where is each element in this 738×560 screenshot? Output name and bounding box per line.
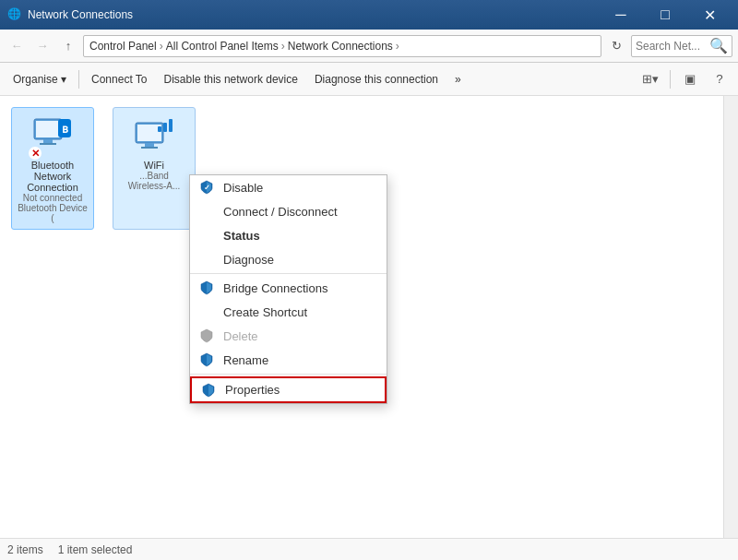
more-button[interactable]: »	[447, 66, 469, 92]
wifi-item-name: WiFi	[144, 160, 164, 171]
scrollbar-track[interactable]	[723, 96, 738, 538]
context-delete-label: Delete	[223, 329, 258, 343]
search-box[interactable]: 🔍	[631, 35, 732, 57]
address-bar: ← → ↑ Control Panel › All Control Panel …	[0, 30, 738, 63]
close-button[interactable]: ✕	[688, 0, 731, 30]
svg-rect-10	[158, 126, 161, 132]
toolbar-separator-1	[78, 70, 79, 89]
svg-text:✓: ✓	[204, 184, 210, 192]
bluetooth-item-name: Bluetooth Network Connection	[18, 160, 88, 193]
shield-icon-disable: ✓	[197, 178, 216, 197]
svg-rect-9	[141, 147, 158, 149]
title-bar-controls: ─ □ ✕	[600, 0, 731, 30]
context-separator-2	[190, 374, 387, 375]
context-connect-label: Connect / Disconnect	[223, 205, 338, 219]
breadcrumb-control-panel[interactable]: Control Panel	[89, 40, 157, 53]
context-menu-item-bridge[interactable]: Bridge Connections	[190, 276, 387, 300]
svg-rect-11	[163, 123, 167, 132]
network-item-wifi[interactable]: WiFi ...Band Wireless-A...	[113, 107, 196, 230]
context-menu-item-disable[interactable]: ✓ Disable	[190, 175, 387, 199]
back-button[interactable]: ←	[6, 35, 28, 57]
status-bar: 2 items 1 item selected	[0, 538, 738, 560]
error-overlay: ✕	[29, 147, 42, 160]
toolbar-separator-2	[670, 70, 671, 89]
shield-icon-bridge	[197, 279, 216, 297]
context-rename-label: Rename	[223, 353, 268, 367]
shield-icon-delete	[197, 327, 216, 345]
address-path[interactable]: Control Panel › All Control Panel Items …	[83, 35, 601, 57]
up-button[interactable]: ↑	[57, 35, 79, 57]
disable-network-button[interactable]: Disable this network device	[157, 66, 305, 92]
breadcrumb-all-items[interactable]: All Control Panel Items	[166, 40, 279, 53]
context-menu-item-rename[interactable]: Rename	[190, 348, 387, 372]
wifi-icon-wrap	[132, 113, 176, 158]
context-menu-item-delete: Delete	[190, 324, 387, 348]
svg-text:ʙ: ʙ	[62, 123, 68, 136]
search-icon: 🔍	[709, 37, 728, 54]
context-properties-label: Properties	[225, 383, 280, 397]
context-shortcut-label: Create Shortcut	[223, 305, 307, 319]
shield-icon-properties	[199, 381, 218, 399]
context-menu-item-connect[interactable]: Connect / Disconnect	[190, 199, 387, 223]
toolbar: Organise ▾ Connect To Disable this netwo…	[0, 63, 738, 96]
context-menu-item-properties[interactable]: Properties	[190, 376, 387, 403]
diagnose-connection-button[interactable]: Diagnose this connection	[307, 66, 446, 92]
toolbar-right: ⊞▾ ▣ ?	[637, 66, 732, 92]
context-menu-item-diagnose[interactable]: Diagnose	[190, 247, 387, 271]
svg-rect-12	[169, 119, 173, 132]
refresh-button[interactable]: ↻	[605, 35, 627, 57]
maximize-button[interactable]: □	[644, 0, 686, 30]
organise-button[interactable]: Organise ▾	[6, 66, 74, 92]
search-input[interactable]	[636, 40, 709, 53]
wifi-computer-icon	[132, 113, 176, 158]
window-title: Network Connections	[28, 8, 600, 21]
bluetooth-item-status: Not connected	[23, 193, 83, 203]
window-icon: 🌐	[7, 7, 22, 22]
content-area: ʙ ✕ Bluetooth Network Connection Not con…	[0, 96, 738, 538]
view-options-button[interactable]: ⊞▾	[637, 66, 663, 92]
breadcrumb-network-connections[interactable]: Network Connections	[288, 40, 393, 53]
svg-rect-2	[43, 139, 53, 143]
context-bridge-label: Bridge Connections	[223, 281, 327, 295]
context-diagnose-label: Diagnose	[223, 253, 274, 267]
minimize-button[interactable]: ─	[600, 0, 642, 30]
help-button[interactable]: ?	[707, 66, 732, 92]
context-menu-item-status[interactable]: Status	[190, 223, 387, 247]
bluetooth-icon-area: ʙ ✕	[30, 113, 75, 158]
selected-count-label: 1 item selected	[58, 543, 133, 556]
svg-rect-1	[36, 121, 60, 137]
item-count-label: 2 items	[7, 543, 43, 556]
wifi-item-status: ...Band Wireless-A...	[119, 171, 189, 191]
preview-pane-button[interactable]: ▣	[677, 66, 703, 92]
network-item-bluetooth[interactable]: ʙ ✕ Bluetooth Network Connection Not con…	[11, 107, 94, 230]
bluetooth-item-sub: Bluetooth Device (	[18, 203, 88, 223]
svg-rect-8	[145, 143, 154, 147]
context-menu-item-shortcut[interactable]: Create Shortcut	[190, 300, 387, 324]
forward-button[interactable]: →	[31, 35, 54, 57]
context-status-label: Status	[223, 229, 260, 243]
connect-to-button[interactable]: Connect To	[84, 66, 155, 92]
context-disable-label: Disable	[223, 181, 263, 195]
bluetooth-icon-wrap: ʙ ✕	[30, 113, 75, 158]
context-separator-1	[190, 273, 387, 274]
svg-rect-3	[40, 143, 56, 145]
title-bar: 🌐 Network Connections ─ □ ✕	[0, 0, 738, 30]
shield-icon-rename	[197, 351, 216, 369]
context-menu: ✓ Disable Connect / Disconnect Status Di…	[189, 174, 387, 404]
